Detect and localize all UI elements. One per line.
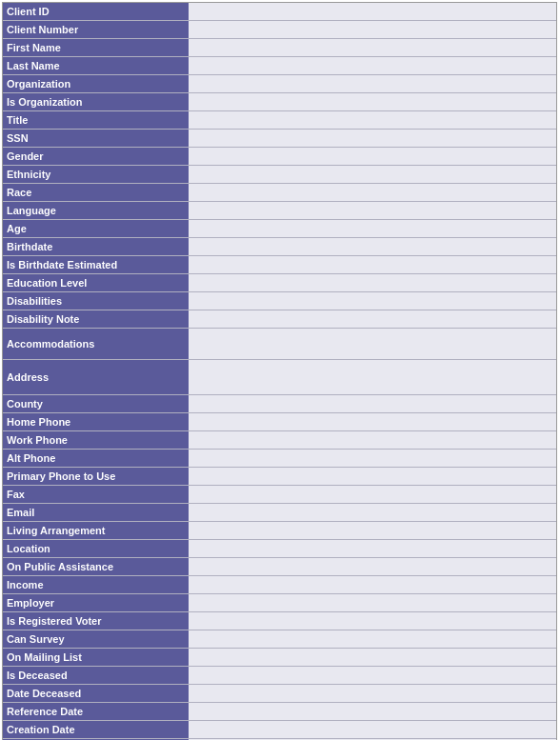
field-label: Employer [3,594,189,611]
field-value [189,93,556,110]
field-value [189,220,556,237]
field-label: SSN [3,130,189,147]
field-label: Gender [3,148,189,165]
field-value [189,3,556,20]
field-label: Income [3,576,189,593]
field-label: Is Deceased [3,667,189,684]
field-label: Email [3,504,189,521]
field-label: On Public Assistance [3,558,189,575]
field-value [189,612,556,630]
table-row: Home Phone [3,413,556,431]
field-value [189,431,556,449]
field-value [189,667,556,684]
table-row: Ethnicity [3,166,556,184]
field-value [189,148,556,165]
field-label: Client ID [3,3,189,20]
field-value [189,576,556,593]
field-value [189,57,556,74]
field-value [189,360,556,394]
field-value [189,310,556,328]
table-row: Gender [3,148,556,166]
table-row: SSN [3,130,556,148]
client-info-table: Client IDClient NumberFirst NameLast Nam… [2,2,557,740]
table-row: Organization [3,75,556,93]
field-value [189,202,556,219]
table-row: Birthdate [3,238,556,256]
table-row: Disability Note [3,310,556,329]
field-value [189,166,556,183]
field-value [189,75,556,92]
table-row: Living Arrangement [3,522,556,540]
table-row: Education Level [3,274,556,292]
field-label: First Name [3,39,189,56]
field-value [189,721,556,738]
table-row: Email [3,504,556,522]
field-label: Age [3,220,189,237]
table-row: Fax [3,486,556,504]
field-value [189,184,556,201]
field-value [189,649,556,666]
field-label: Race [3,184,189,201]
field-label: Reference Date [3,703,189,720]
field-value [189,238,556,255]
field-label: Fax [3,486,189,503]
table-row: On Public Assistance [3,558,556,576]
table-row: Primary Phone to Use [3,468,556,486]
table-row: Age [3,220,556,238]
field-label: Education Level [3,274,189,291]
field-value [189,703,556,720]
field-value [189,292,556,310]
field-label: Organization [3,75,189,92]
table-row: Income [3,576,556,594]
table-row: Employer [3,594,556,612]
table-row: Is Registered Voter [3,612,556,630]
field-label: Accommodations [3,329,189,359]
field-value [189,130,556,147]
field-value [189,395,556,412]
table-row: Last Name [3,57,556,75]
field-value [189,522,556,539]
field-value [189,685,556,702]
table-row: Address [3,360,556,395]
field-label: Ethnicity [3,166,189,183]
field-label: Creation Date [3,721,189,738]
table-row: Is Organization [3,93,556,111]
field-value [189,504,556,521]
field-value [189,39,556,56]
field-value [189,329,556,359]
field-label: Disability Note [3,310,189,328]
field-label: Living Arrangement [3,522,189,539]
field-value [189,468,556,485]
field-label: Date Deceased [3,685,189,702]
table-row: Is Birthdate Estimated [3,256,556,274]
field-value [189,558,556,575]
field-value [189,450,556,467]
field-label: Title [3,111,189,129]
field-label: Disabilities [3,292,189,310]
field-label: On Mailing List [3,649,189,666]
table-row: Client ID [3,3,556,21]
field-value [189,594,556,611]
table-row: Creation Date [3,721,556,739]
field-value [189,486,556,503]
field-label: Last Name [3,57,189,74]
field-value [189,630,556,648]
table-row: Alt Phone [3,450,556,468]
table-row: Accommodations [3,329,556,360]
table-row: Date Deceased [3,685,556,703]
table-row: County [3,395,556,413]
table-row: Reference Date [3,703,556,721]
field-label: Alt Phone [3,450,189,467]
table-row: Race [3,184,556,202]
field-value [189,256,556,273]
field-value [189,413,556,430]
field-value [189,274,556,291]
field-label: Client Number [3,21,189,38]
table-row: Can Survey [3,630,556,649]
table-row: Title [3,111,556,130]
table-row: On Mailing List [3,649,556,667]
field-label: Birthdate [3,238,189,255]
field-label: Is Registered Voter [3,612,189,630]
field-value [189,111,556,129]
field-label: Primary Phone to Use [3,468,189,485]
